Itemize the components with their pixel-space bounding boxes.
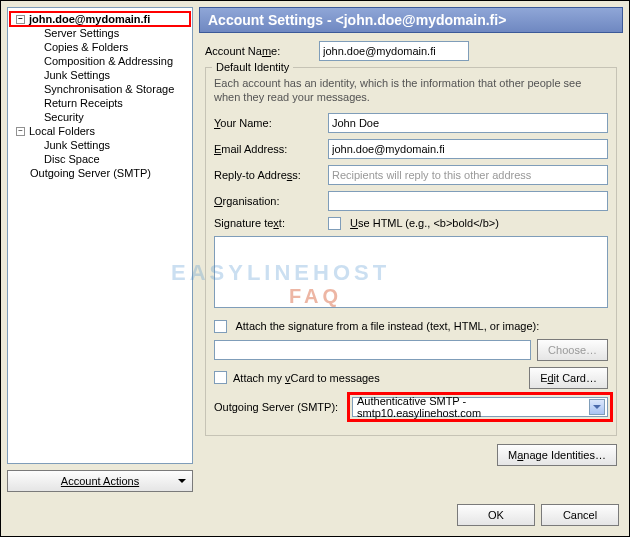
outgoing-smtp-value: Authenticative SMTP - smtp10.easylinehos… <box>357 395 589 419</box>
window-body: − john.doe@mydomain.fi Server Settings C… <box>1 1 629 498</box>
manage-identities-button[interactable]: Manage Identities… <box>497 444 617 466</box>
accounts-tree: − john.doe@mydomain.fi Server Settings C… <box>7 7 193 464</box>
organisation-input[interactable] <box>328 191 608 211</box>
panel-body: Account Name: Default Identity Each acco… <box>199 33 623 492</box>
tree-item-security[interactable]: Security <box>10 110 190 124</box>
collapse-icon[interactable]: − <box>16 127 25 136</box>
reply-to-label: Reply-to Address: <box>214 169 322 181</box>
attach-file-label: Attach the signature from a file instead… <box>233 320 539 332</box>
reply-to-input[interactable] <box>328 165 608 185</box>
signature-file-path <box>214 340 531 360</box>
attach-vcard-checkbox[interactable] <box>214 371 227 384</box>
tree-item-junk[interactable]: Junk Settings <box>10 68 190 82</box>
account-settings-window: − john.doe@mydomain.fi Server Settings C… <box>0 0 630 537</box>
account-name-input[interactable] <box>319 41 469 61</box>
use-html-label: Use HTML (e.g., <b>bold</b>) <box>347 217 499 229</box>
your-name-input[interactable] <box>328 113 608 133</box>
dialog-footer: OK Cancel <box>1 498 629 536</box>
attach-file-checkbox[interactable] <box>214 320 227 333</box>
collapse-icon[interactable]: − <box>16 15 25 24</box>
tree-account-root-label: john.doe@mydomain.fi <box>29 13 150 25</box>
edit-card-button[interactable]: Edit Card… <box>529 367 608 389</box>
dropdown-caret-icon <box>178 479 186 483</box>
default-identity-group: Default Identity Each account has an ide… <box>205 67 617 436</box>
account-name-row: Account Name: <box>205 41 617 61</box>
tree-item-copies-folders[interactable]: Copies & Folders <box>10 40 190 54</box>
smtp-highlight: Authenticative SMTP - smtp10.easylinehos… <box>350 395 610 419</box>
attach-vcard-label: Attach my vCard to messages <box>233 372 380 384</box>
ok-button[interactable]: OK <box>457 504 535 526</box>
account-actions-label: Account Actions <box>61 475 139 487</box>
default-identity-legend: Default Identity <box>212 61 293 73</box>
outgoing-smtp-label: Outgoing Server (SMTP): <box>214 401 346 413</box>
organisation-label: Organisation: <box>214 195 322 207</box>
settings-panel: Account Settings - <john.doe@mydomain.fi… <box>199 7 623 492</box>
tree-item-outgoing-smtp[interactable]: Outgoing Server (SMTP) <box>10 166 190 180</box>
tree-item-sync-storage[interactable]: Synchronisation & Storage <box>10 82 190 96</box>
tree-account-root[interactable]: − john.doe@mydomain.fi <box>10 12 190 26</box>
tree-item-disc-space[interactable]: Disc Space <box>10 152 190 166</box>
identity-hint: Each account has an identity, which is t… <box>214 76 608 105</box>
tree-item-return-receipts[interactable]: Return Receipts <box>10 96 190 110</box>
account-actions-button[interactable]: Account Actions <box>7 470 193 492</box>
panel-title: Account Settings - <john.doe@mydomain.fi… <box>199 7 623 33</box>
outgoing-smtp-select[interactable]: Authenticative SMTP - smtp10.easylinehos… <box>352 397 608 417</box>
email-label: Email Address: <box>214 143 322 155</box>
signature-text-label: Signature text: <box>214 217 322 229</box>
use-html-checkbox[interactable] <box>328 217 341 230</box>
tree-item-local-junk[interactable]: Junk Settings <box>10 138 190 152</box>
manage-identities-row: Manage Identities… <box>205 444 617 466</box>
dropdown-arrow-icon <box>589 399 605 415</box>
accounts-sidebar: − john.doe@mydomain.fi Server Settings C… <box>7 7 193 492</box>
choose-file-button[interactable]: Choose… <box>537 339 608 361</box>
tree-local-folders-label: Local Folders <box>29 125 95 137</box>
signature-textarea[interactable] <box>214 236 608 308</box>
tree-item-composition[interactable]: Composition & Addressing <box>10 54 190 68</box>
account-name-label: Account Name: <box>205 45 313 57</box>
your-name-label: Your Name: <box>214 117 322 129</box>
tree-local-folders-root[interactable]: − Local Folders <box>10 124 190 138</box>
tree-item-server-settings[interactable]: Server Settings <box>10 26 190 40</box>
email-input[interactable] <box>328 139 608 159</box>
cancel-button[interactable]: Cancel <box>541 504 619 526</box>
